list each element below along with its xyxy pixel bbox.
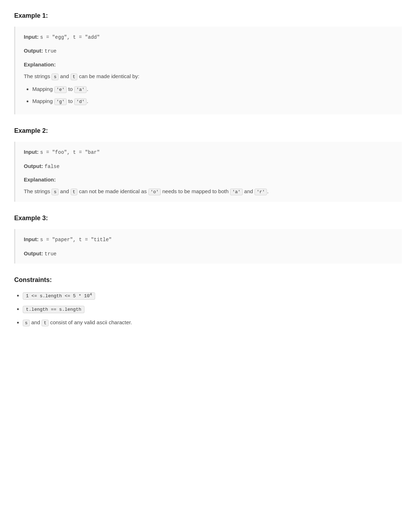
constraint-1-code: 1 <= s.length <= 5 * 104: [23, 292, 95, 300]
example-1-output-value: true: [45, 48, 57, 54]
example-3-input-field: Input: s = "paper", t = "title": [24, 235, 393, 244]
example-1-e-code: 'e': [54, 86, 67, 93]
example-1-box: Input: s = "egg", t = "add" Output: true…: [14, 27, 402, 114]
example-1-title: Example 1:: [14, 11, 402, 21]
example-1-bullet-1: Mapping 'e' to 'a'.: [32, 85, 393, 94]
example-2-box: Input: s = "foo", t = "bar" Output: fals…: [14, 142, 402, 202]
example-3-output-field: Output: true: [24, 249, 393, 258]
constraint-3: s and t consist of any valid ascii chara…: [23, 318, 402, 327]
example-1-input-label: Input:: [24, 34, 39, 40]
example-1-section: Example 1: Input: s = "egg", t = "add" O…: [14, 11, 402, 114]
constraint-2: t.length == s.length: [23, 304, 402, 314]
example-2-section: Example 2: Input: s = "foo", t = "bar" O…: [14, 126, 402, 202]
example-1-g-code: 'g': [54, 98, 67, 105]
constraint-2-code: t.length == s.length: [23, 306, 84, 313]
example-1-output-label: Output:: [24, 48, 43, 54]
example-1-explanation-label: Explanation:: [24, 60, 393, 69]
constraints-title: Constraints:: [14, 275, 402, 285]
constraint-1: 1 <= s.length <= 5 * 104: [23, 291, 402, 300]
example-2-input-label: Input:: [24, 149, 39, 155]
example-2-r-code: 'r': [254, 189, 267, 195]
example-2-title: Example 2:: [14, 126, 402, 136]
constraints-list: 1 <= s.length <= 5 * 104 t.length == s.l…: [23, 291, 402, 327]
example-1-d-code: 'd': [74, 98, 87, 105]
example-3-output-value: true: [45, 251, 57, 257]
example-2-input-value: s = "foo", t = "bar": [40, 150, 100, 155]
example-1-t-code: t: [71, 74, 78, 80]
example-2-output-value: false: [45, 164, 60, 169]
example-3-title: Example 3:: [14, 213, 402, 223]
example-2-output-label: Output:: [24, 163, 43, 169]
example-2-output-field: Output: false: [24, 162, 393, 171]
example-1-output-field: Output: true: [24, 46, 393, 55]
example-2-a-code: 'a': [230, 189, 242, 195]
example-2-o-code: 'o': [148, 189, 161, 195]
example-1-explanation-text: The strings s and t can be made identica…: [24, 72, 393, 81]
example-3-output-label: Output:: [24, 250, 43, 256]
example-2-explanation-text: The strings s and t can not be made iden…: [24, 187, 393, 196]
example-1-explanation-field: Explanation: The strings s and t can be …: [24, 60, 393, 106]
example-1-input-field: Input: s = "egg", t = "add": [24, 32, 393, 42]
example-3-input-value: s = "paper", t = "title": [40, 237, 112, 243]
example-3-section: Example 3: Input: s = "paper", t = "titl…: [14, 213, 402, 264]
example-3-input-label: Input:: [24, 236, 39, 242]
example-1-a-code: 'a': [74, 86, 87, 93]
constraints-section: Constraints: 1 <= s.length <= 5 * 104 t.…: [14, 275, 402, 327]
example-3-box: Input: s = "paper", t = "title" Output: …: [14, 229, 402, 264]
example-1-s-code: s: [51, 74, 59, 80]
constraint-3-s-code: s: [23, 320, 30, 326]
example-2-explanation-label: Explanation:: [24, 175, 393, 184]
example-2-s-code: s: [51, 189, 59, 195]
example-2-input-field: Input: s = "foo", t = "bar": [24, 147, 393, 157]
constraint-3-t-code: t: [42, 320, 49, 326]
example-2-t-code: t: [71, 189, 78, 195]
example-1-input-value: s = "egg", t = "add": [40, 34, 100, 40]
example-1-bullets: Mapping 'e' to 'a'. Mapping 'g' to 'd'.: [32, 85, 393, 106]
example-1-bullet-2: Mapping 'g' to 'd'.: [32, 97, 393, 106]
example-2-explanation-field: Explanation: The strings s and t can not…: [24, 175, 393, 196]
